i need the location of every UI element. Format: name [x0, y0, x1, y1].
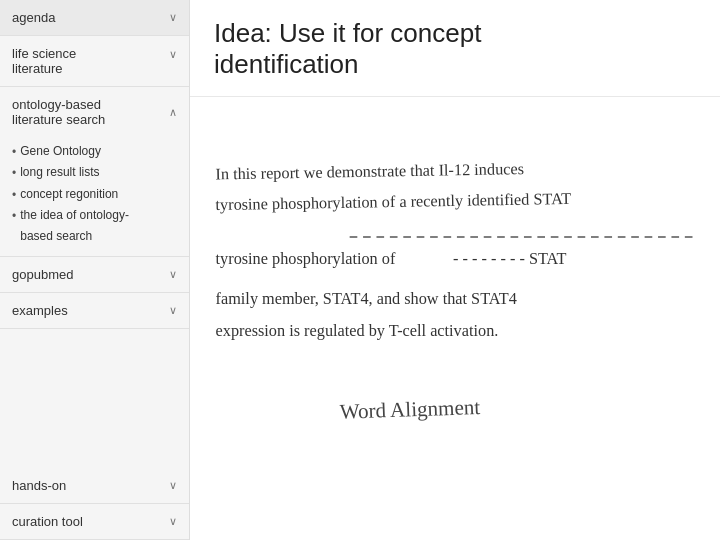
chevron-down-icon: ∨ — [169, 268, 177, 281]
main-content-area: Idea: Use it for concept identification … — [190, 0, 720, 540]
sidebar-item-agenda[interactable]: agenda ∨ — [0, 0, 189, 36]
svg-text:tyrosine phosphorylation of a : tyrosine phosphorylation of a recently i… — [215, 189, 571, 214]
svg-text:Word Alignment: Word Alignment — [339, 395, 480, 424]
subitem-concept-regonition: • concept regonition — [12, 184, 177, 205]
chevron-up-icon: ∧ — [169, 106, 177, 119]
sidebar: agenda ∨ life science literature ∨ ontol… — [0, 0, 190, 540]
sidebar-item-hands-on[interactable]: hands-on ∨ — [0, 468, 189, 504]
svg-text:- - - - - - - - STAT: - - - - - - - - STAT — [453, 249, 566, 268]
subitem-long-result-lists: • long result lists — [12, 162, 177, 183]
handwriting-svg: In this report we demonstrate that Il-12… — [206, 113, 704, 524]
main-title: Idea: Use it for concept identification — [214, 18, 696, 80]
svg-text:In this report we demonstrate : In this report we demonstrate that Il-12… — [215, 159, 524, 183]
sidebar-subitems-ontology: • Gene Ontology • long result lists • co… — [0, 137, 189, 256]
sidebar-item-examples-label: examples — [12, 303, 169, 318]
chevron-down-icon: ∨ — [169, 11, 177, 24]
sidebar-item-ontology-label: ontology-based literature search — [12, 97, 105, 127]
sidebar-item-life-science[interactable]: life science literature ∨ — [0, 36, 189, 87]
sidebar-item-curation-tool[interactable]: curation tool ∨ — [0, 504, 189, 540]
subitem-ontology-based-search: • the idea of ontology-based search — [12, 205, 177, 246]
subitem-long-result-lists-label: long result lists — [20, 162, 99, 182]
svg-text:tyrosine phosphorylation of: tyrosine phosphorylation of — [216, 249, 396, 268]
sidebar-spacer — [0, 329, 189, 468]
chevron-down-icon: ∨ — [169, 479, 177, 492]
svg-text:expression is regulated by T-c: expression is regulated by T-cell activa… — [216, 322, 499, 341]
sidebar-item-ontology[interactable]: ontology-based literature search ∧ — [0, 87, 189, 137]
subitem-gene-ontology-label: Gene Ontology — [20, 141, 101, 161]
sidebar-item-examples[interactable]: examples ∨ — [0, 293, 189, 329]
svg-text:family member, STAT4, and show: family member, STAT4, and show that STAT… — [216, 289, 517, 308]
main-title-line2: identification — [214, 49, 359, 79]
main-body: In this report we demonstrate that Il-12… — [190, 97, 720, 540]
chevron-down-icon: ∨ — [169, 48, 177, 61]
main-header: Idea: Use it for concept identification — [190, 0, 720, 97]
subitem-ontology-based-search-label: the idea of ontology-based search — [20, 205, 129, 246]
handwriting-image: In this report we demonstrate that Il-12… — [206, 113, 704, 524]
chevron-down-icon: ∨ — [169, 515, 177, 528]
sidebar-item-gopubmed-label: gopubmed — [12, 267, 169, 282]
subitem-concept-regonition-label: concept regonition — [20, 184, 118, 204]
sidebar-item-curation-tool-label: curation tool — [12, 514, 169, 529]
sidebar-item-agenda-label: agenda — [12, 10, 169, 25]
sidebar-item-hands-on-label: hands-on — [12, 478, 169, 493]
subitem-gene-ontology: • Gene Ontology — [12, 141, 177, 162]
main-title-line1: Idea: Use it for concept — [214, 18, 481, 48]
sidebar-item-gopubmed[interactable]: gopubmed ∨ — [0, 257, 189, 293]
sidebar-section-ontology: ontology-based literature search ∧ • Gen… — [0, 87, 189, 257]
chevron-down-icon: ∨ — [169, 304, 177, 317]
sidebar-item-life-science-label: life science literature — [12, 46, 169, 76]
